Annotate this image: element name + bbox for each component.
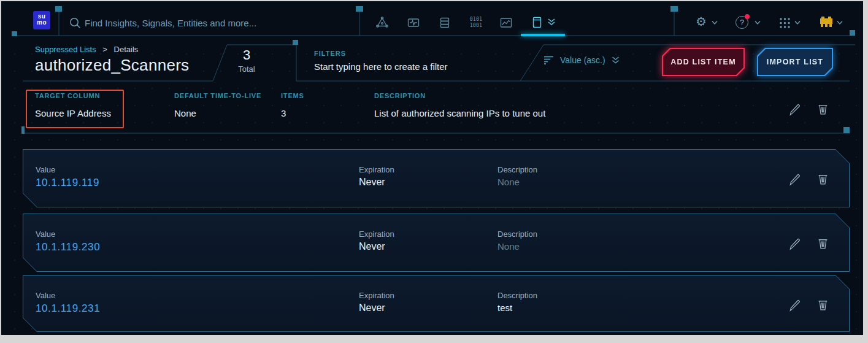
meta-label: TARGET COLUMN xyxy=(35,92,111,99)
sort-label: Value (asc.) xyxy=(560,55,605,65)
value-label: Value xyxy=(36,291,55,300)
app-window: su mo 0101 1001 xyxy=(1,1,863,335)
description-cell: None xyxy=(497,177,520,187)
description-label: Description xyxy=(497,291,537,300)
library-chevron-down-icon[interactable] xyxy=(547,18,556,26)
list-item-surface: Value 10.1.119.230 Expiration Never Desc… xyxy=(23,214,849,271)
edit-item-icon[interactable] xyxy=(788,236,802,250)
list-item-row: Value 10.1.119.231 Expiration Never Desc… xyxy=(23,275,850,332)
logo-text-line2: mo xyxy=(33,20,50,26)
value-label: Value xyxy=(36,229,55,239)
value-label: Value xyxy=(36,165,55,174)
list-item-row: Value 10.1.119.230 Expiration Never Desc… xyxy=(23,214,850,272)
sort-icon xyxy=(543,55,555,65)
records-icon[interactable]: 0101 1001 xyxy=(467,16,485,28)
meta-label: DEFAULT TIME-TO-LIVE xyxy=(174,92,261,99)
list-item-surface: Value 10.1.119.231 Expiration Never Desc… xyxy=(23,276,849,331)
edit-item-icon[interactable] xyxy=(788,298,802,312)
records-icon-line2: 1001 xyxy=(467,22,485,28)
edit-list-icon[interactable] xyxy=(788,102,802,116)
total-counter: 3 Total xyxy=(226,47,267,74)
delete-item-icon[interactable] xyxy=(816,236,830,250)
delete-item-icon[interactable] xyxy=(816,172,830,186)
breadcrumb-suppressed-lists[interactable]: Suppressed Lists xyxy=(35,45,96,54)
meta-value: List of authorized scanning IPs to tune … xyxy=(374,108,545,118)
meta-label: ITEMS xyxy=(281,92,304,99)
records-icon-line1: 0101 xyxy=(467,16,485,22)
filters-label: FILTERS xyxy=(314,50,346,57)
meta-value: Source IP Address xyxy=(35,108,111,118)
meta-description: DESCRIPTION List of authorized scanning … xyxy=(374,92,545,118)
search-icon xyxy=(69,17,82,29)
dashboards-icon[interactable] xyxy=(499,16,513,29)
breadcrumb-details: Details xyxy=(114,45,139,54)
global-search-input[interactable] xyxy=(85,15,330,31)
add-list-item-label: ADD LIST ITEM xyxy=(663,49,743,75)
delete-list-icon[interactable] xyxy=(816,102,830,116)
breadcrumb-separator: > xyxy=(102,45,107,54)
user-chevron-icon[interactable] xyxy=(836,20,843,25)
expiration-cell: Never xyxy=(359,303,385,314)
description-cell: test xyxy=(497,303,512,313)
insights-icon[interactable] xyxy=(375,16,389,29)
app-grid-icon[interactable] xyxy=(779,17,791,29)
help-notification-dot xyxy=(745,14,750,19)
description-cell: None xyxy=(497,241,520,252)
help-chevron-icon[interactable] xyxy=(754,20,761,25)
breadcrumb: Suppressed Lists > Details xyxy=(35,45,138,54)
meta-value: 3 xyxy=(281,108,304,118)
entities-icon[interactable] xyxy=(438,16,451,29)
expiration-label: Expiration xyxy=(359,165,394,174)
import-list-button[interactable]: IMPORT LIST xyxy=(757,48,833,76)
expiration-cell: Never xyxy=(359,241,385,252)
meta-label: DESCRIPTION xyxy=(374,92,545,99)
import-list-label: IMPORT LIST xyxy=(758,49,832,75)
settings-chevron-icon[interactable] xyxy=(711,20,718,25)
signals-icon[interactable] xyxy=(407,16,420,29)
page-title: authorized_Scanners xyxy=(35,56,189,75)
app-grid-chevron-icon[interactable] xyxy=(794,20,801,25)
expiration-label: Expiration xyxy=(359,291,394,300)
description-label: Description xyxy=(497,165,537,174)
meta-default-ttl: DEFAULT TIME-TO-LIVE None xyxy=(174,92,261,118)
value-cell: 10.1.119.231 xyxy=(36,303,100,315)
total-label: Total xyxy=(226,64,267,74)
delete-item-icon[interactable] xyxy=(816,298,830,312)
list-item-row: Value 10.1.119.119 Expiration Never Desc… xyxy=(23,149,850,207)
list-item-surface: Value 10.1.119.119 Expiration Never Desc… xyxy=(23,150,849,207)
value-cell: 10.1.119.119 xyxy=(36,177,99,189)
edit-item-icon[interactable] xyxy=(788,172,802,186)
expiration-cell: Never xyxy=(359,177,385,188)
expiration-label: Expiration xyxy=(359,229,394,239)
sort-control[interactable]: Value (asc.) xyxy=(543,55,620,65)
sumo-logic-logo[interactable]: su mo xyxy=(33,11,50,29)
active-nav-underline xyxy=(521,34,565,36)
user-avatar[interactable] xyxy=(820,17,833,28)
add-list-item-button[interactable]: ADD LIST ITEM xyxy=(662,48,745,76)
filter-input[interactable] xyxy=(314,59,517,74)
settings-gear-icon[interactable]: ⚙ xyxy=(696,15,707,28)
help-glyph: ? xyxy=(740,18,744,27)
description-label: Description xyxy=(497,229,537,239)
meta-items: ITEMS 3 xyxy=(281,92,304,118)
sort-double-chevron-icon xyxy=(611,56,620,64)
meta-target-column: TARGET COLUMN Source IP Address xyxy=(35,92,111,118)
meta-value: None xyxy=(174,108,261,118)
total-value: 3 xyxy=(226,47,267,63)
value-cell: 10.1.119.230 xyxy=(36,241,100,253)
content-library-icon[interactable] xyxy=(530,16,543,29)
